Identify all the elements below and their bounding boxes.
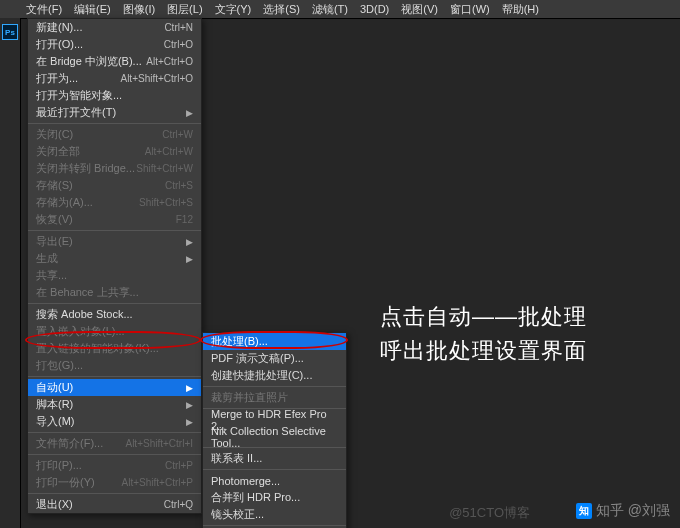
- file-menu-item-16: 共享...: [28, 267, 201, 284]
- menubar-item-7[interactable]: 3D(D): [354, 1, 395, 17]
- file-menu-item-20: 置入嵌入对象(L)...: [28, 323, 201, 340]
- file-menu-item-shortcut: Ctrl+O: [164, 39, 193, 50]
- file-menu-item-1[interactable]: 打开(O)...Ctrl+O: [28, 36, 201, 53]
- chevron-right-icon: ▶: [186, 417, 193, 427]
- auto-submenu-item-4: 裁剪并拉直照片: [203, 389, 346, 406]
- chevron-right-icon: ▶: [186, 400, 193, 410]
- file-menu-item-0[interactable]: 新建(N)...Ctrl+N: [28, 19, 201, 36]
- file-menu-item-label: 脚本(R): [36, 397, 73, 412]
- file-menu-item-shortcut: Alt+Ctrl+O: [146, 56, 193, 67]
- file-menu-item-label: 最近打开文件(T): [36, 105, 116, 120]
- watermark-label: 知乎: [596, 502, 624, 520]
- auto-submenu-item-label: 联系表 II...: [211, 451, 262, 466]
- file-menu-item-label: 自动(U): [36, 380, 73, 395]
- auto-submenu-item-1[interactable]: PDF 演示文稿(P)...: [203, 350, 346, 367]
- file-menu-item-label: 关闭全部: [36, 144, 80, 159]
- file-menu-item-25[interactable]: 脚本(R)▶: [28, 396, 201, 413]
- file-menu-item-33[interactable]: 退出(X)Ctrl+Q: [28, 496, 201, 513]
- auto-submenu-item-11[interactable]: Photomerge...: [203, 472, 346, 489]
- auto-submenu-separator: [203, 469, 346, 470]
- file-menu-item-24[interactable]: 自动(U)▶: [28, 379, 201, 396]
- file-menu-separator: [28, 123, 201, 124]
- menubar-item-10[interactable]: 帮助(H): [496, 0, 545, 19]
- auto-submenu-item-label: 裁剪并拉直照片: [211, 390, 288, 405]
- auto-submenu-item-0[interactable]: 批处理(B)...: [203, 333, 346, 350]
- zhihu-icon: 知: [576, 503, 592, 519]
- chevron-right-icon: ▶: [186, 237, 193, 247]
- auto-submenu-item-9[interactable]: 联系表 II...: [203, 450, 346, 467]
- file-menu-item-5[interactable]: 最近打开文件(T)▶: [28, 104, 201, 121]
- auto-submenu-item-13[interactable]: 镜头校正...: [203, 506, 346, 523]
- file-menu-item-15: 生成▶: [28, 250, 201, 267]
- left-toolbar: Ps: [0, 18, 20, 528]
- file-menu-item-shortcut: Shift+Ctrl+W: [136, 163, 193, 174]
- file-menu-item-shortcut: Ctrl+N: [164, 22, 193, 33]
- menubar-item-2[interactable]: 图像(I): [117, 0, 161, 19]
- menubar-item-0[interactable]: 文件(F): [20, 0, 68, 19]
- chevron-right-icon: ▶: [186, 383, 193, 393]
- auto-submenu-item-7[interactable]: Nik Collection Selective Tool...: [203, 428, 346, 445]
- file-menu-item-label: 置入链接的智能对象(K)...: [36, 341, 159, 356]
- watermark-author: @刘强: [628, 502, 670, 520]
- photoshop-icon: Ps: [2, 24, 18, 40]
- file-menu-item-label: 生成: [36, 251, 58, 266]
- file-menu-item-label: 打开(O)...: [36, 37, 83, 52]
- file-menu-item-label: 置入嵌入对象(L)...: [36, 324, 125, 339]
- auto-submenu-item-12[interactable]: 合并到 HDR Pro...: [203, 489, 346, 506]
- chevron-right-icon: ▶: [186, 108, 193, 118]
- file-menu-item-3[interactable]: 打开为...Alt+Shift+Ctrl+O: [28, 70, 201, 87]
- menubar-item-3[interactable]: 图层(L): [161, 0, 208, 19]
- file-menu-separator: [28, 303, 201, 304]
- auto-submenu-item-label: 镜头校正...: [211, 507, 264, 522]
- auto-submenu-item-label: 批处理(B)...: [211, 334, 268, 349]
- file-menu-item-label: 导出(E): [36, 234, 73, 249]
- annotation-line-1: 点击自动——批处理: [380, 300, 587, 334]
- auto-submenu-item-label: 创建快捷批处理(C)...: [211, 368, 312, 383]
- watermark-zhihu: 知 知乎 @刘强: [576, 502, 670, 520]
- file-menu-item-19[interactable]: 搜索 Adobe Stock...: [28, 306, 201, 323]
- auto-submenu-separator: [203, 386, 346, 387]
- auto-submenu-item-label: 合并到 HDR Pro...: [211, 490, 300, 505]
- file-menu-item-label: 打包(G)...: [36, 358, 83, 373]
- file-menu-item-label: 退出(X): [36, 497, 73, 512]
- file-menu-item-31: 打印一份(Y)Alt+Shift+Ctrl+P: [28, 474, 201, 491]
- file-menu-item-22: 打包(G)...: [28, 357, 201, 374]
- file-menu-item-8: 关闭全部Alt+Ctrl+W: [28, 143, 201, 160]
- annotation-line-2: 呼出批处理设置界面: [380, 334, 587, 368]
- file-menu-item-shortcut: Ctrl+W: [162, 129, 193, 140]
- menubar-item-6[interactable]: 滤镜(T): [306, 0, 354, 19]
- auto-submenu-dropdown: 批处理(B)...PDF 演示文稿(P)...创建快捷批处理(C)...裁剪并拉…: [202, 332, 347, 528]
- menubar-item-9[interactable]: 窗口(W): [444, 0, 496, 19]
- file-menu-separator: [28, 493, 201, 494]
- file-menu-item-label: 打印(P)...: [36, 458, 82, 473]
- file-menu-item-label: 打印一份(Y): [36, 475, 95, 490]
- file-menu-item-26[interactable]: 导入(M)▶: [28, 413, 201, 430]
- file-menu-item-2[interactable]: 在 Bridge 中浏览(B)...Alt+Ctrl+O: [28, 53, 201, 70]
- file-menu-item-14: 导出(E)▶: [28, 233, 201, 250]
- file-menu-item-28: 文件简介(F)...Alt+Shift+Ctrl+I: [28, 435, 201, 452]
- file-menu-item-shortcut: Shift+Ctrl+S: [139, 197, 193, 208]
- file-menu-item-label: 存储为(A)...: [36, 195, 93, 210]
- file-menu-item-label: 在 Behance 上共享...: [36, 285, 139, 300]
- file-menu-item-7: 关闭(C)Ctrl+W: [28, 126, 201, 143]
- file-menu-item-12: 恢复(V)F12: [28, 211, 201, 228]
- file-menu-item-21: 置入链接的智能对象(K)...: [28, 340, 201, 357]
- file-menu-separator: [28, 376, 201, 377]
- menubar-item-8[interactable]: 视图(V): [395, 0, 444, 19]
- file-menu-item-label: 打开为智能对象...: [36, 88, 122, 103]
- chevron-right-icon: ▶: [186, 254, 193, 264]
- menubar-item-4[interactable]: 文字(Y): [209, 0, 258, 19]
- file-menu-item-label: 导入(M): [36, 414, 75, 429]
- file-menu-item-shortcut: Alt+Shift+Ctrl+I: [125, 438, 193, 449]
- file-menu-separator: [28, 230, 201, 231]
- file-menu-item-4[interactable]: 打开为智能对象...: [28, 87, 201, 104]
- file-menu-item-label: 在 Bridge 中浏览(B)...: [36, 54, 142, 69]
- file-menu-item-label: 搜索 Adobe Stock...: [36, 307, 133, 322]
- file-menu-item-shortcut: Ctrl+P: [165, 460, 193, 471]
- menubar-item-5[interactable]: 选择(S): [257, 0, 306, 19]
- file-menu-item-30: 打印(P)...Ctrl+P: [28, 457, 201, 474]
- file-menu-item-shortcut: Ctrl+Q: [164, 499, 193, 510]
- auto-submenu-item-label: Photomerge...: [211, 475, 280, 487]
- auto-submenu-item-2[interactable]: 创建快捷批处理(C)...: [203, 367, 346, 384]
- menubar-item-1[interactable]: 编辑(E): [68, 0, 117, 19]
